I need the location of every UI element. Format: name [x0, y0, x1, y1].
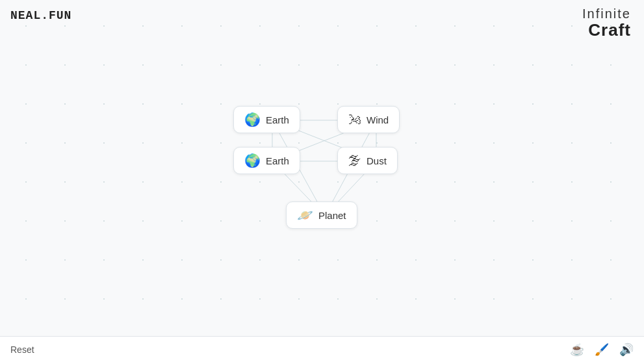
sound-icon[interactable]: 🔊: [619, 343, 634, 357]
planet-label: Planet: [318, 210, 346, 221]
bottom-icons: ☕ 🖌️ 🔊: [570, 343, 634, 357]
wind-label: Wind: [367, 114, 389, 125]
earth2-label: Earth: [266, 155, 289, 166]
wind-emoji: 🌬: [348, 113, 361, 126]
card-earth2[interactable]: 🌍Earth: [233, 147, 300, 174]
title-infinite: Infinite: [582, 6, 631, 21]
dust-label: Dust: [367, 155, 387, 166]
title-craft: Craft: [582, 21, 631, 40]
card-planet[interactable]: 🪐Planet: [286, 201, 357, 229]
earth1-label: Earth: [266, 114, 289, 125]
coffee-icon[interactable]: ☕: [570, 343, 584, 357]
card-earth1[interactable]: 🌍Earth: [233, 106, 300, 133]
dust-emoji: 🌫: [348, 154, 361, 167]
brush-icon[interactable]: 🖌️: [595, 343, 609, 357]
earth1-emoji: 🌍: [244, 113, 261, 126]
earth2-emoji: 🌍: [244, 154, 261, 167]
reset-button[interactable]: Reset: [10, 344, 34, 355]
card-wind[interactable]: 🌬Wind: [337, 106, 400, 133]
card-dust[interactable]: 🌫Dust: [337, 147, 398, 174]
connection-lines: [0, 0, 644, 362]
bottom-bar: Reset ☕ 🖌️ 🔊: [0, 336, 644, 362]
planet-emoji: 🪐: [297, 209, 313, 222]
title-block: Infinite Craft: [582, 6, 631, 40]
logo: NEAL.FUN: [10, 9, 71, 22]
